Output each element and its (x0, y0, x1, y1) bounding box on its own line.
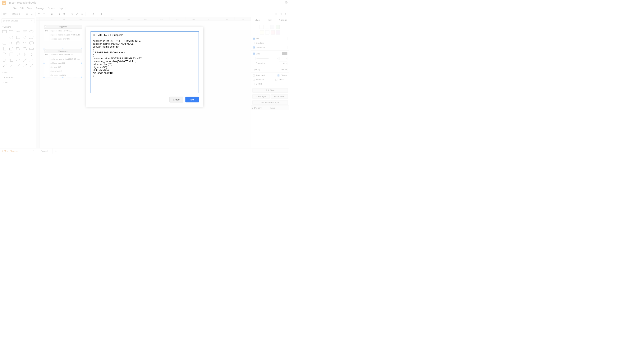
shape-ellipse[interactable] (29, 29, 34, 34)
more-icon[interactable]: ⋮ (32, 150, 34, 152)
category-general[interactable]: General (0, 24, 36, 30)
shape-or[interactable] (29, 52, 34, 57)
collapse-icon[interactable]: − (45, 50, 46, 52)
lanecolor-checkbox[interactable]: ✓ (253, 46, 255, 48)
shape-dashed[interactable] (8, 64, 14, 68)
properties-header[interactable]: ▸ PropertyValue (251, 106, 290, 110)
view-mode-dropdown[interactable]: ▾ (2, 12, 7, 16)
shape-process[interactable] (15, 35, 21, 40)
divider-checkbox[interactable]: ✓ (278, 74, 280, 76)
menu-help[interactable]: Help (56, 6, 64, 10)
menu-edit[interactable]: Edit (18, 6, 26, 10)
style-swatch[interactable] (276, 25, 280, 29)
fill-color-button[interactable] (282, 37, 287, 40)
shape-rect[interactable] (2, 29, 7, 34)
shape-parallelogram[interactable] (29, 35, 34, 40)
style-swatch[interactable] (270, 25, 274, 29)
shape-text[interactable]: Text (15, 29, 21, 34)
style-swatch[interactable] (260, 30, 264, 34)
entity-suppliers[interactable]: −Suppliers PKsupplier_id int NOT NULL su… (44, 25, 82, 41)
to-front-icon[interactable] (58, 12, 62, 16)
shape-cloud[interactable] (22, 41, 28, 46)
shape-and[interactable] (2, 58, 7, 62)
zoom-level[interactable]: 100% ▾ (11, 13, 21, 16)
comic-checkbox[interactable] (253, 83, 255, 85)
copy-style-button[interactable]: Copy Style (252, 94, 270, 98)
collapse-icon[interactable] (284, 12, 288, 16)
line-style-select[interactable]: ▾ (256, 57, 279, 60)
shape-cube[interactable] (8, 46, 14, 51)
line-color-button[interactable] (282, 52, 287, 55)
format-panel-icon[interactable] (279, 12, 283, 16)
shape-callout[interactable] (29, 41, 34, 46)
tab-style[interactable]: Style (251, 17, 264, 23)
add-page-icon[interactable]: + (52, 149, 59, 153)
gradient-checkbox[interactable] (253, 42, 255, 44)
redo-icon[interactable] (42, 12, 46, 16)
insert-icon[interactable]: ▾ (100, 12, 104, 16)
category-uml[interactable]: UML (0, 80, 36, 85)
shape-curve[interactable] (15, 58, 21, 62)
perimeter-input[interactable] (279, 62, 287, 64)
globe-icon[interactable] (284, 1, 288, 4)
undo-icon[interactable] (37, 12, 42, 16)
shape-trapezoid[interactable] (22, 46, 28, 51)
shape-line[interactable] (15, 64, 21, 68)
shape-circle[interactable] (8, 35, 14, 40)
menu-view[interactable]: View (26, 6, 34, 10)
line-checkbox[interactable]: ✓ (253, 53, 255, 55)
line-color-icon[interactable] (75, 12, 79, 16)
rounded-checkbox[interactable] (253, 74, 255, 76)
fill-checkbox[interactable]: ✓ (253, 38, 255, 40)
shape-tape[interactable] (29, 46, 34, 51)
menu-arrange[interactable]: Arrange (34, 6, 46, 10)
shape-callout2[interactable] (15, 52, 21, 57)
glass-checkbox[interactable] (276, 79, 277, 81)
shape-textbox[interactable] (22, 29, 28, 34)
tab-arrange[interactable]: Arrange (276, 17, 290, 23)
shape-line-thick[interactable] (2, 64, 7, 68)
tab-text[interactable]: Text (264, 17, 276, 23)
zoom-out-icon[interactable] (30, 12, 34, 16)
search-shapes-input[interactable] (1, 18, 35, 23)
to-back-icon[interactable] (62, 12, 66, 16)
set-default-style-button[interactable]: Set as Default Style (252, 100, 288, 105)
style-swatch[interactable] (260, 25, 264, 29)
shape-line-arrow2[interactable] (29, 64, 34, 68)
shape-biarrow[interactable] (22, 58, 28, 62)
shape-step[interactable] (15, 46, 21, 51)
style-swatch[interactable] (265, 25, 269, 29)
shape-datastore[interactable] (8, 58, 14, 62)
connection-icon[interactable]: ▾ (87, 12, 92, 16)
shape-actor[interactable] (22, 52, 28, 57)
shadow-checkbox[interactable] (253, 79, 255, 81)
shape-card[interactable] (8, 52, 14, 57)
shape-internal-storage[interactable] (2, 46, 7, 51)
line-width-input[interactable] (280, 57, 287, 60)
zoom-in-icon[interactable] (25, 12, 29, 16)
menu-file[interactable]: File (11, 6, 18, 10)
delete-icon[interactable] (50, 12, 54, 16)
category-misc[interactable]: Misc (0, 70, 36, 75)
shape-line-arrow[interactable] (22, 64, 28, 68)
collapse-icon[interactable]: − (45, 26, 46, 27)
paste-style-button[interactable]: Paste Style (271, 94, 288, 98)
fullscreen-icon[interactable] (274, 12, 278, 16)
fill-color-icon[interactable] (70, 12, 74, 16)
lanecolor-button[interactable] (282, 46, 287, 49)
entity-customers[interactable]: −Customers PKcustomer_id int NOT NULL cu… (44, 49, 82, 77)
search-icon[interactable] (31, 20, 34, 22)
opacity-input[interactable] (279, 68, 287, 71)
category-advanced[interactable]: Advanced (0, 75, 36, 80)
menu-extras[interactable]: Extras (46, 6, 56, 10)
document-title[interactable]: Import-example.drawio (8, 1, 36, 4)
shape-rounded-rect[interactable] (8, 29, 14, 34)
shape-note[interactable] (2, 52, 7, 57)
more-shapes-button[interactable]: +More Shapes... ⋮ (0, 148, 36, 154)
close-button[interactable]: Close (170, 96, 183, 102)
waypoint-icon[interactable]: ▾ (92, 12, 96, 16)
shape-square[interactable] (2, 35, 7, 40)
style-swatch[interactable] (276, 30, 280, 34)
shape-arrow[interactable] (29, 58, 34, 62)
insert-button[interactable]: Insert (185, 96, 199, 102)
